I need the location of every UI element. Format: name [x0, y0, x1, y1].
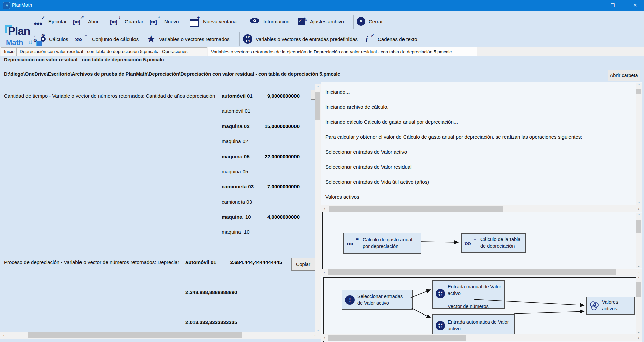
middle-horizontal-scrollbar[interactable]: ‹ › [321, 269, 642, 276]
log-vertical-scrollbar[interactable]: ⌃ ⌄ [636, 83, 642, 205]
tab-bar: Inicio Depreciación con valor residual -… [0, 47, 644, 56]
log-line: Iniciando archivo de cálculo. [325, 104, 388, 110]
diagram-frame-left-border [323, 277, 324, 342]
open-icon: [•••]↗ [73, 16, 85, 26]
title-bar: ◳ PlanMath – ❐ ✕ [0, 0, 644, 11]
left-vertical-scrollbar[interactable]: ⌃ ⌄ [315, 84, 321, 333]
calc-set-diagram-panel: =›››› Cálculo de gasto anual por depreci… [321, 212, 642, 269]
row-name: automóvil 01 [185, 259, 216, 265]
scroll-right-icon[interactable]: › [636, 269, 641, 276]
left-horizontal-scrollbar[interactable]: ‹ › [0, 332, 321, 339]
toolbar-ajustes-archivo[interactable]: ✎✓ Ajustes archivo [298, 13, 344, 30]
log-line: Seleccionar entradas de Valor residual [325, 164, 412, 170]
numbers-icon: 1 2 3 4 [436, 289, 445, 298]
file-title: Depreciación con valor residual - con ta… [4, 57, 164, 62]
row-name: maquina 02 [222, 138, 248, 144]
diagram-node-entrada-automatica[interactable]: 1 2 3 4 Entrada automatica de Valor acti… [432, 314, 515, 337]
toolbar-calculos[interactable]: ○⊗⊘= Cálculos [34, 30, 68, 48]
scroll-up-icon[interactable]: ⌃ [636, 213, 642, 218]
diagram-node-entrada-manual[interactable]: 1 2 3 4 Entrada manual de Valor activoVe… [432, 280, 505, 309]
bottom-vertical-scrollbar[interactable]: ⌃ ⌄ [636, 276, 642, 334]
scroll-right-icon[interactable]: › [312, 332, 317, 339]
row-value: 2.348.888,8888888890 [185, 289, 237, 295]
app-icon: ◳ [3, 2, 10, 9]
calculations-icon: ○⊗⊘= [34, 33, 46, 45]
section1-label: Cantidad de tiempo - Variable o vector d… [4, 93, 215, 99]
scrollbar-thumb[interactable] [329, 206, 503, 212]
row-name: maquina 05 [222, 169, 248, 174]
scroll-down-icon[interactable]: ⌄ [636, 329, 642, 334]
calc-set-icon: =›››› [75, 34, 89, 44]
toolbar-informacion[interactable]: Información [250, 13, 289, 30]
close-button[interactable]: ✕ [627, 0, 643, 11]
log-line: Iniciando... [325, 89, 350, 95]
toolbar-entradas-predefinidas[interactable]: 1 2 3 4 Variables o vectores de entradas… [243, 30, 358, 48]
calc-detail-diagram-panel: ! Seleccionar entradas de Valor activo 1… [321, 276, 642, 342]
row-value: 9,0000000000 [235, 93, 300, 99]
diagram-node-valores-activos[interactable]: Valores activos [586, 297, 635, 315]
toolbar-nuevo[interactable]: [•••]+ Nuevo [150, 13, 179, 30]
new-window-icon: + [190, 17, 200, 26]
scrollbar-thumb[interactable] [328, 269, 616, 275]
scrollbar-thumb[interactable] [636, 89, 641, 94]
tab-operaciones[interactable]: Depreciación con valor residual - con ta… [16, 47, 207, 56]
eye-icon [250, 18, 260, 25]
open-folder-button[interactable]: Abrir carpeta [608, 70, 640, 81]
toolbar-nueva-ventana[interactable]: + Nueva ventana [190, 13, 237, 30]
scroll-left-icon[interactable]: ‹ [322, 205, 327, 212]
window-title: PlanMath [12, 2, 32, 8]
row-name: camioneta 03 [222, 199, 252, 205]
scroll-right-icon[interactable]: › [636, 334, 641, 341]
bottom-horizontal-scrollbar[interactable]: ‹ › [321, 334, 642, 341]
scrollbar-thumb[interactable] [315, 92, 320, 120]
alert-icon: ! [345, 295, 355, 305]
toolbar-cerrar[interactable]: ✕ Cerrar [357, 13, 383, 30]
toolbar-variables-retornados[interactable]: ★ Variables o vectores retornados [147, 30, 230, 48]
text-string-icon: i✓ [364, 34, 374, 44]
scroll-left-icon[interactable]: ‹ [322, 334, 327, 341]
toolbar-separator [239, 32, 240, 46]
section-divider [0, 250, 321, 250]
tab-inicio[interactable]: Inicio [1, 47, 16, 56]
run-icon: ●●●✓ [34, 16, 45, 26]
log-line: Iniciando cálculo Cálculo de gasto anual… [325, 119, 458, 125]
star-icon: ★ [147, 34, 156, 44]
toolbar-guardar[interactable]: [•••]↓ Guardar [110, 13, 143, 30]
scroll-up-icon[interactable]: ⌃ [636, 276, 642, 282]
scrollbar-thumb[interactable] [636, 282, 641, 297]
calc-set-icon: =›››› [464, 238, 478, 248]
planmath-window: ◳ PlanMath – ❐ ✕ Plan Math ♫ ●●●✓ Ejecut… [0, 0, 644, 342]
scroll-down-icon[interactable]: ⌄ [636, 263, 642, 268]
scrollbar-thumb[interactable] [28, 332, 242, 338]
tab-variables-retornados[interactable]: Variables o vectores retornados de la ej… [208, 47, 477, 56]
scrollbar-thumb[interactable] [636, 220, 641, 233]
save-icon: [•••]↓ [110, 16, 121, 26]
toolbar-conjunto-calculos[interactable]: =›››› Conjunto de cálculos [75, 30, 139, 48]
diagram-frame-left-border [322, 212, 323, 269]
diagram-node-gasto-anual[interactable]: =›››› Cálculo de gasto anual por depreci… [343, 233, 421, 254]
edit-file-icon: ✎✓ [298, 17, 307, 26]
toolbar-ejecutar[interactable]: ●●●✓ Ejecutar [34, 13, 67, 30]
scroll-right-icon[interactable]: › [636, 205, 641, 212]
scroll-down-icon[interactable]: ⌄ [636, 199, 642, 205]
scrollbar-thumb[interactable] [328, 335, 466, 341]
restore-button[interactable]: ❐ [603, 0, 623, 11]
toolbar-abrir[interactable]: [•••]↗ Abrir [73, 13, 99, 30]
scroll-up-icon[interactable]: ⌃ [315, 84, 321, 90]
row-value: 15,0000000000 [235, 123, 300, 129]
diagram-node-tabla-depreciacion[interactable]: =›››› Cálculo de la tabla de depreciació… [461, 233, 526, 253]
log-horizontal-scrollbar[interactable]: ‹ › [321, 205, 642, 212]
scroll-left-icon[interactable]: ‹ [322, 269, 327, 276]
minimize-button[interactable]: – [575, 0, 594, 11]
row-name: maquina 10 [222, 229, 250, 235]
scroll-left-icon[interactable]: ‹ [1, 332, 7, 339]
toolbar-cadenas-texto[interactable]: i✓ Cadenas de texto [364, 30, 417, 48]
diagram-node-seleccionar-entradas[interactable]: ! Seleccionar entradas de Valor activo [342, 290, 413, 310]
toolbar-separator [353, 15, 354, 29]
values-icon [589, 301, 599, 311]
scroll-up-icon[interactable]: ⌃ [636, 83, 642, 88]
results-panel: Cantidad de tiempo - Variable o vector d… [0, 82, 321, 342]
middle-vertical-scrollbar[interactable]: ⌃ ⌄ [636, 213, 642, 268]
row-value: 22,0000000000 [235, 154, 300, 159]
log-line: Seleccionar entradas de Vida útil activo… [325, 179, 429, 185]
